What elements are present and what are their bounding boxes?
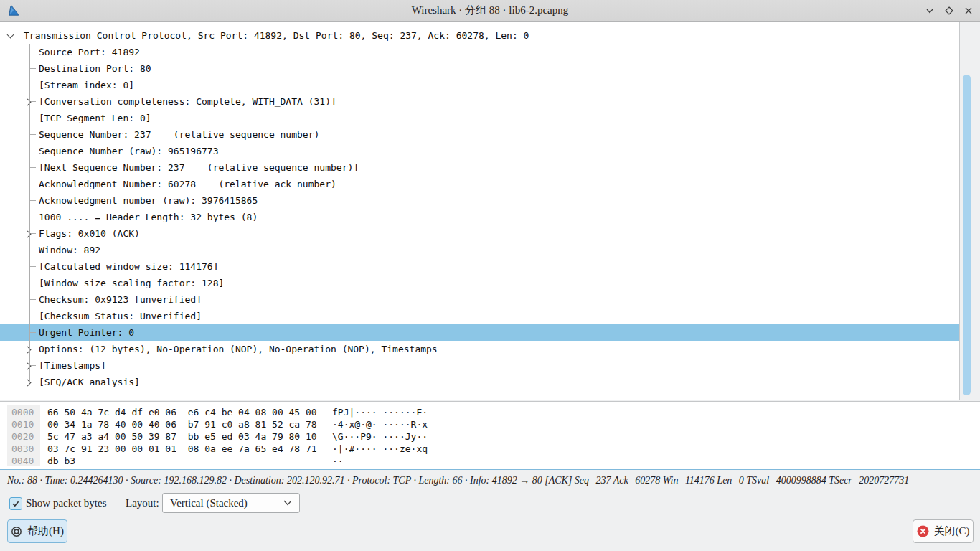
hex-bytes[interactable]: 66 50 4a 7c d4 df e0 06 e6 c4 be 04 08 0…: [47, 406, 332, 418]
tree-row[interactable]: [Timestamps]: [0, 357, 959, 374]
tree-row[interactable]: [Next Sequence Number: 237 (relative seq…: [0, 159, 959, 176]
close-button[interactable]: 关闭(C): [913, 519, 974, 543]
tree-row[interactable]: Flags: 0x010 (ACK): [0, 225, 959, 242]
minimize-icon[interactable]: [923, 4, 936, 17]
tree-row-label: Urgent Pointer: 0: [39, 327, 134, 338]
chevron-right-icon[interactable]: [25, 230, 32, 237]
tree-row[interactable]: Window: 892: [0, 242, 959, 258]
help-button[interactable]: 帮助(H): [7, 519, 67, 543]
tree-tick: [29, 217, 36, 217]
hex-ascii[interactable]: fPJ|···· ······E·: [332, 407, 428, 418]
tree-tick: [29, 316, 36, 316]
tree-tick: [29, 299, 36, 300]
tree-row[interactable]: Acknowledgment number (raw): 3976415865: [0, 192, 959, 209]
checkmark-icon: [11, 499, 20, 508]
tree-row[interactable]: Source Port: 41892: [0, 44, 959, 60]
tree-row-label: Checksum: 0x9123 [unverified]: [39, 294, 202, 305]
chevron-down-icon: [283, 500, 292, 506]
close-button-label: 关闭(C): [934, 524, 970, 538]
show-packet-bytes-label: Show packet bytes: [26, 494, 106, 512]
titlebar: Wireshark · 分组 88 · lib6-2.pcapng: [0, 0, 980, 22]
tree-row-label: [TCP Segment Len: 0]: [39, 113, 151, 123]
chevron-right-icon[interactable]: [25, 379, 32, 386]
packet-detail-dialog: Wireshark · 分组 88 · lib6-2.pcapng Transm…: [0, 0, 980, 551]
tree-row[interactable]: [Stream index: 0]: [0, 77, 959, 93]
tree-row-label: Destination Port: 80: [39, 63, 151, 74]
tree-row-label: Window: 892: [39, 245, 100, 255]
packet-bytes-pane[interactable]: 000066 50 4a 7c d4 df e0 06 e6 c4 be 04 …: [0, 401, 980, 470]
tree-row[interactable]: [Checksum Status: Unverified]: [0, 308, 959, 324]
tree-row-label: Sequence Number: 237 (relative sequence …: [39, 129, 319, 140]
hex-bytes[interactable]: 5c 47 a3 a4 00 50 39 87 bb e5 ed 03 4a 7…: [47, 430, 332, 443]
tree-tick: [29, 250, 36, 250]
help-button-label: 帮助(H): [27, 524, 64, 538]
help-icon: [11, 526, 22, 537]
hex-offset: 0030: [11, 443, 47, 455]
tree-row-label: Options: (12 bytes), No-Operation (NOP),…: [39, 344, 438, 354]
tree-tick: [29, 167, 36, 168]
close-red-icon: [917, 525, 929, 537]
hex-bytes[interactable]: 03 7c 91 23 00 00 01 01 08 0a ee 7a 65 e…: [47, 443, 332, 455]
show-packet-bytes-checkbox[interactable]: [9, 497, 22, 510]
hex-offset: 0000: [11, 406, 47, 418]
tree-row[interactable]: Destination Port: 80: [0, 60, 959, 77]
tree-row-label: [SEQ/ACK analysis]: [39, 377, 140, 387]
tree-row-label: Source Port: 41892: [39, 47, 140, 57]
maximize-icon[interactable]: [943, 4, 955, 17]
tree-row-label: [Next Sequence Number: 237 (relative seq…: [39, 162, 359, 173]
hex-ascii[interactable]: ·|·#···· ···ze·xq: [332, 443, 428, 454]
tree-tick: [29, 184, 36, 184]
hex-ascii[interactable]: \G···P9· ····Jy··: [332, 431, 428, 442]
hex-row[interactable]: 001000 34 1a 78 40 00 40 06 b7 91 c0 a8 …: [0, 418, 980, 430]
tree-row-label: Acknowledgment number (raw): 3976415865: [39, 195, 258, 206]
chevron-right-icon[interactable]: [25, 98, 32, 105]
tree-row[interactable]: 1000 .... = Header Length: 32 bytes (8): [0, 209, 959, 225]
vertical-scrollbar[interactable]: [959, 22, 980, 400]
tree-row-label: [Checksum Status: Unverified]: [39, 311, 202, 321]
hex-offset: 0040: [11, 455, 47, 467]
hex-row[interactable]: 00205c 47 a3 a4 00 50 39 87 bb e5 ed 03 …: [0, 430, 980, 443]
chevron-right-icon[interactable]: [25, 362, 32, 369]
tree-row[interactable]: Sequence Number: 237 (relative sequence …: [0, 126, 959, 143]
tree-row-label: [Conversation completeness: Complete, WI…: [39, 96, 336, 107]
tree-row[interactable]: [Calculated window size: 114176]: [0, 258, 959, 275]
hex-row[interactable]: 000066 50 4a 7c d4 df e0 06 e6 c4 be 04 …: [0, 406, 980, 418]
tree-tick: [29, 68, 36, 69]
tree-row[interactable]: Options: (12 bytes), No-Operation (NOP),…: [0, 341, 959, 357]
layout-dropdown[interactable]: Vertical (Stacked): [162, 493, 300, 513]
tree-row[interactable]: Checksum: 0x9123 [unverified]: [0, 291, 959, 308]
tree-row[interactable]: Transmission Control Protocol, Src Port:…: [0, 27, 959, 44]
tree-row[interactable]: Acknowledgment Number: 60278 (relative a…: [0, 176, 959, 192]
tree-row[interactable]: [Window size scaling factor: 128]: [0, 275, 959, 291]
tree-row[interactable]: [TCP Segment Len: 0]: [0, 110, 959, 126]
chevron-right-icon[interactable]: [25, 346, 32, 353]
tree-row[interactable]: Urgent Pointer: 0: [0, 324, 959, 341]
hex-offset: 0020: [11, 430, 47, 443]
hex-bytes[interactable]: db b3: [47, 455, 332, 467]
tree-row[interactable]: [Conversation completeness: Complete, WI…: [0, 93, 959, 110]
tree-tick: [29, 134, 36, 135]
hex-row[interactable]: 003003 7c 91 23 00 00 01 01 08 0a ee 7a …: [0, 443, 980, 455]
window-title: Wireshark · 分组 88 · lib6-2.pcapng: [0, 0, 980, 21]
tree-row[interactable]: Sequence Number (raw): 965196773: [0, 143, 959, 159]
tree-row-label: Transmission Control Protocol, Src Port:…: [24, 30, 529, 41]
hex-bytes[interactable]: 00 34 1a 78 40 00 40 06 b7 91 c0 a8 81 5…: [47, 418, 332, 430]
tree-tick: [29, 118, 36, 118]
scrollbar-thumb[interactable]: [963, 75, 971, 395]
tree-indent-guide: [29, 44, 30, 382]
chevron-down-icon[interactable]: [7, 32, 14, 39]
packet-summary-line: No.: 88 · Time: 0.244264130 · Source: 19…: [7, 471, 973, 490]
tree-row[interactable]: [SEQ/ACK analysis]: [0, 374, 959, 390]
tree-tick: [29, 332, 36, 333]
close-icon[interactable]: [962, 4, 974, 17]
layout-label: Layout:: [126, 494, 159, 512]
tree-row-label: Flags: 0x010 (ACK): [39, 228, 140, 239]
tree-row-label: [Stream index: 0]: [39, 80, 134, 90]
hex-ascii[interactable]: ··: [332, 456, 344, 466]
packet-detail-tree[interactable]: Transmission Control Protocol, Src Port:…: [0, 22, 959, 400]
hex-ascii[interactable]: ·4·x@·@· ·····R·x: [332, 419, 428, 430]
tree-row-label: [Calculated window size: 114176]: [39, 261, 218, 272]
tree-row-label: [Timestamps]: [39, 360, 106, 371]
tree-tick: [29, 85, 36, 85]
hex-row[interactable]: 0040db b3··: [0, 455, 980, 467]
